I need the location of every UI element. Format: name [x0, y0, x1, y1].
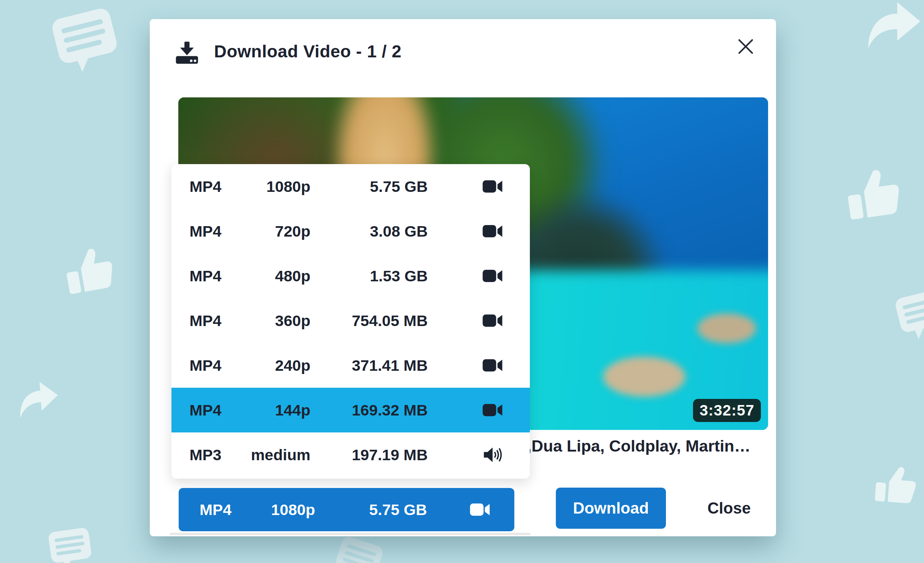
size-label: 169.32 MB	[310, 401, 428, 419]
videocam-icon	[482, 313, 503, 329]
dialog-title: Download Video - 1 / 2	[214, 42, 402, 61]
video-title: r,Dua Lipa, Coldplay, Martin…	[522, 437, 771, 455]
second-item-divider	[170, 533, 531, 535]
download-button[interactable]: Download	[556, 488, 666, 529]
format-option[interactable]: MP4 240p 371.41 MB	[171, 343, 530, 388]
format-option[interactable]: MP3 medium 197.19 MB	[171, 433, 530, 477]
quality-label: medium	[233, 446, 310, 464]
format-label: MP4	[189, 312, 233, 329]
quality-label: 720p	[233, 223, 310, 240]
size-label: 5.75 GB	[315, 501, 427, 519]
format-option[interactable]: MP4 1080p 5.75 GB	[171, 164, 530, 209]
format-label: MP4	[189, 267, 233, 285]
format-label: MP4	[189, 223, 233, 240]
format-option[interactable]: MP4 480p 1.53 GB	[171, 253, 530, 298]
speaker-icon	[483, 445, 503, 464]
videocam-icon	[482, 223, 503, 239]
format-label: MP4	[189, 357, 233, 374]
size-label: 1.53 GB	[310, 267, 428, 285]
size-label: 3.08 GB	[310, 223, 428, 240]
quality-label: 1080p	[243, 501, 315, 519]
size-label: 754.05 MB	[310, 312, 428, 329]
videocam-icon	[482, 178, 503, 195]
comment-icon	[330, 533, 386, 563]
format-label: MP4	[200, 501, 243, 519]
close-button[interactable]: Close	[693, 488, 765, 529]
download-video-dialog: Download Video - 1 / 2 3:32:57 r,Dua Lip…	[150, 19, 776, 536]
size-label: 5.75 GB	[310, 178, 428, 196]
videocam-icon	[482, 402, 503, 418]
videocam-icon	[482, 358, 503, 373]
quality-label: 1080p	[233, 178, 310, 196]
size-label: 371.41 MB	[310, 357, 428, 374]
share-icon	[15, 379, 61, 420]
videocam-icon	[470, 502, 490, 518]
videocam-icon	[482, 268, 503, 284]
duration-badge: 3:32:57	[693, 399, 761, 422]
comment-icon	[892, 287, 924, 343]
quality-label: 144p	[233, 401, 310, 419]
format-option-selected[interactable]: MP4 144p 169.32 MB	[171, 388, 530, 433]
format-option[interactable]: MP4 360p 754.05 MB	[171, 298, 530, 343]
comment-icon	[46, 526, 94, 563]
thumbs-up-icon	[62, 241, 119, 296]
share-icon	[864, 0, 922, 51]
thumbs-up-icon	[874, 462, 920, 505]
format-label: MP4	[189, 178, 233, 196]
comment-icon	[48, 4, 124, 77]
quality-label: 480p	[233, 267, 310, 285]
quality-label: 240p	[233, 357, 310, 374]
format-option[interactable]: MP4 720p 3.08 GB	[171, 209, 530, 253]
download-icon	[175, 41, 199, 65]
thumbs-up-icon	[843, 162, 906, 222]
format-label: MP3	[189, 446, 233, 464]
quality-label: 360p	[233, 312, 310, 329]
close-icon[interactable]	[736, 36, 756, 57]
size-label: 197.19 MB	[310, 446, 428, 464]
format-dropdown: MP4 1080p 5.75 GB MP4 720p 3.08 GB MP4 4…	[171, 164, 530, 479]
format-label: MP4	[189, 401, 233, 419]
selected-format-button[interactable]: MP4 1080p 5.75 GB	[178, 488, 514, 531]
